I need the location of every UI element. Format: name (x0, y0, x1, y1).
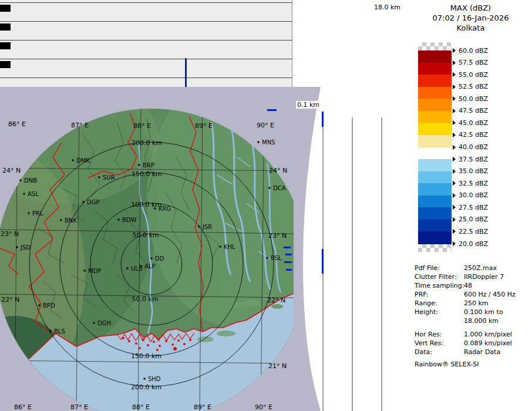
grid-label: 88° E (132, 403, 150, 411)
dbz-tick-label: 52.5 dBZ (453, 83, 488, 91)
station-label: DNB (24, 177, 37, 184)
info-row: PRF:600 Hz / 450 Hz (415, 291, 516, 299)
dbz-tick-label: 45.0 dBZ (453, 119, 488, 127)
dbz-color-row (418, 50, 452, 63)
dbz-tick-label: 22.5 dBZ (453, 227, 488, 235)
station-dot (60, 220, 62, 221)
radar-echo (286, 269, 292, 271)
ring-label: 150.0 km (131, 352, 161, 360)
height-axis-min-label: 0.1 km (296, 101, 321, 109)
info-row: Clutter Filter:IIRDoppler 7 (415, 273, 504, 282)
dbz-color-row (418, 196, 452, 208)
grid-label: 23° N (268, 232, 287, 240)
dbz-tick-label: 50.0 dBZ (453, 95, 488, 103)
height-gridline (0, 78, 292, 78)
station-label: KRG (159, 206, 171, 212)
info-row: Data:Radar Data (415, 348, 500, 357)
station-dot (72, 160, 74, 161)
dbz-color-row (418, 207, 452, 220)
dbz-color-row (418, 123, 452, 135)
dbz-color-row (418, 220, 452, 232)
ns-crosssection-graphics (294, 87, 409, 411)
station-label: BPD (43, 302, 55, 309)
station-dot (23, 193, 25, 195)
dbz-color-row (418, 63, 452, 75)
dbz-tick-label: 42.5 dBZ (453, 131, 488, 139)
radar-map-canvas[interactable]: 86° E87° E88° E89° E90° E86° E87° E88° E… (0, 87, 294, 411)
station-label: DCA (273, 185, 286, 191)
station-dot (139, 164, 140, 166)
ns-crosssection-panel: 0.1 km (294, 87, 409, 411)
grid-label: 89° E (194, 403, 211, 411)
dbz-tick-label: 57.5 dBZ (453, 59, 488, 67)
dbz-color-row (418, 147, 452, 160)
grid-label: 86° E (8, 120, 26, 128)
radar-echo (284, 247, 291, 248)
station-dot (28, 213, 30, 214)
height-gridlines (323, 114, 382, 411)
tick-arrow-icon (453, 145, 456, 150)
height-gridline (0, 59, 292, 59)
height-tick-label-box (0, 23, 11, 31)
station-label: BDW (122, 217, 137, 223)
dbz-tick-label: 37.5 dBZ (453, 155, 488, 163)
grid-label: 87° E (70, 403, 88, 411)
height-tick-label-box (0, 42, 11, 49)
tick-arrow-icon (453, 241, 456, 246)
station-label: BSL (271, 255, 282, 261)
station-dot (144, 378, 146, 380)
grid-label: 90° E (257, 122, 274, 129)
tick-arrow-icon (453, 109, 456, 113)
dbz-tick-label: 40.0 dBZ (453, 143, 488, 151)
grid-label: 23° N (1, 230, 19, 238)
ring-label: 200.0 km (131, 383, 161, 391)
ring-label: 150.0 km (132, 170, 162, 178)
height-gridline (0, 21, 292, 22)
station-label: KHL (224, 244, 235, 250)
info-row: Vert Res:0.089 km/pixel (415, 339, 512, 348)
radar-echo (285, 254, 292, 255)
station-label: JSR (202, 224, 212, 230)
station-label: BLS (54, 328, 65, 335)
station-label: MNS (262, 139, 275, 146)
station-label: JSD (20, 244, 31, 251)
software-brand: Rainbow® SELEX-SI (415, 361, 479, 368)
station-label: DMK (76, 157, 90, 164)
station-label: ASL (28, 191, 39, 197)
info-row: Time sampling:48 (415, 282, 472, 291)
station-dot (20, 180, 22, 181)
ring-label: 50.0 km (132, 231, 159, 239)
station-dot (269, 187, 271, 189)
station-label: DGH (97, 320, 111, 326)
tick-arrow-icon (453, 169, 456, 174)
radar-map[interactable]: 86° E87° E88° E89° E90° E86° E87° E88° E… (0, 87, 294, 411)
dbz-color-row (418, 135, 452, 147)
grid-label: 22° N (1, 296, 19, 304)
tick-arrow-icon (453, 85, 456, 89)
station-dot (99, 177, 100, 178)
station-label: SUR (103, 174, 115, 181)
radar-echo (267, 109, 277, 111)
ring-label: 50.0 km (132, 295, 158, 303)
station-dot (118, 219, 120, 221)
tick-arrow-icon (453, 120, 456, 125)
tick-arrow-icon (453, 72, 456, 77)
station-dot (154, 208, 156, 210)
radar-echo (185, 58, 187, 87)
station-label: MDP (88, 268, 101, 274)
station-dot (16, 247, 18, 248)
dbz-color-row (418, 159, 452, 171)
ew-crosssection-panel (0, 0, 292, 87)
tick-arrow-icon (453, 48, 456, 53)
dbz-tick-label: 27.5 dBZ (453, 203, 488, 211)
height-axis-max-label: 18.0 km (374, 4, 400, 11)
station-dot (83, 201, 85, 203)
info-row: Height:0.100 km to (415, 308, 503, 317)
tick-arrow-icon (453, 157, 456, 161)
dbz-tick-label: 32.5 dBZ (453, 179, 488, 187)
ring-label: 100.0 km (131, 201, 161, 208)
dbz-color-row (418, 231, 452, 244)
station-dot (220, 246, 221, 248)
dbz-color-row (418, 111, 452, 123)
dbz-tick-label: 60.0 dBZ (453, 46, 488, 55)
